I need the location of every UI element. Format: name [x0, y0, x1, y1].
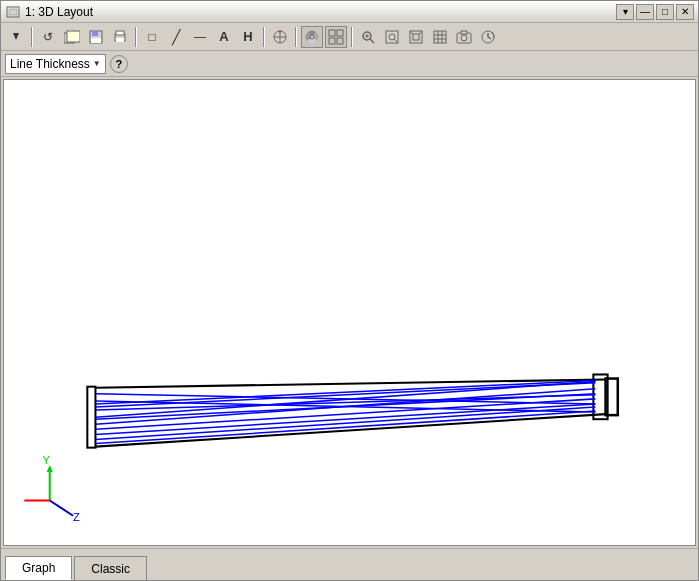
star-target-button[interactable]	[269, 26, 291, 48]
svg-rect-17	[337, 30, 343, 36]
svg-rect-19	[337, 38, 343, 44]
title-bar: 1: 3D Layout ▾ — □ ✕	[1, 1, 698, 23]
view3d-button[interactable]	[405, 26, 427, 48]
svg-rect-35	[434, 31, 446, 43]
fan-button[interactable]	[301, 26, 323, 48]
toolbar-sep-2	[135, 27, 137, 47]
dropdown-arrow-icon: ▼	[93, 59, 101, 68]
graph-tab-label: Graph	[22, 561, 55, 575]
text-a-button[interactable]: A	[213, 26, 235, 48]
title-bar-controls: ▾ — □ ✕	[616, 4, 694, 20]
graph-tab[interactable]: Graph	[5, 556, 72, 580]
close-button[interactable]: ✕	[676, 4, 694, 20]
svg-rect-30	[413, 34, 419, 40]
window-icon	[5, 4, 21, 20]
svg-point-15	[310, 35, 314, 39]
svg-rect-42	[87, 387, 95, 448]
pin-button[interactable]: ▾	[616, 4, 634, 20]
svg-rect-10	[116, 38, 124, 42]
draw-rect-button[interactable]: □	[141, 26, 163, 48]
svg-rect-16	[329, 30, 335, 36]
zoom-button[interactable]	[357, 26, 379, 48]
zoom-fit-button[interactable]	[381, 26, 403, 48]
secondary-toolbar: Line Thickness ▼ ?	[1, 51, 698, 77]
svg-rect-1	[9, 9, 17, 15]
classic-tab-label: Classic	[91, 562, 130, 576]
main-toolbar: ↺ □ ╱ — A H	[1, 23, 698, 51]
svg-rect-38	[461, 31, 467, 34]
draw-line-button[interactable]: ╱	[165, 26, 187, 48]
clock-button[interactable]	[477, 26, 499, 48]
text-h-button[interactable]: H	[237, 26, 259, 48]
help-button[interactable]: ?	[110, 55, 128, 73]
classic-tab[interactable]: Classic	[74, 556, 147, 580]
canvas-svg: Y Z	[4, 80, 695, 545]
svg-rect-7	[91, 38, 101, 43]
camera-button[interactable]	[453, 26, 475, 48]
line-thickness-dropdown[interactable]: Line Thickness ▼	[5, 54, 106, 74]
maximize-button[interactable]: □	[656, 4, 674, 20]
grid-button[interactable]	[429, 26, 451, 48]
svg-point-37	[461, 35, 467, 41]
toolbar-sep-1	[31, 27, 33, 47]
svg-text:Z: Z	[73, 511, 80, 523]
toolbar-dropdown[interactable]	[5, 26, 27, 48]
svg-rect-18	[329, 38, 335, 44]
svg-line-63	[50, 500, 73, 515]
toolbar-sep-3	[263, 27, 265, 47]
refresh-button[interactable]: ↺	[37, 26, 59, 48]
layout-button[interactable]	[325, 26, 347, 48]
minimize-button[interactable]: —	[636, 4, 654, 20]
window-title: 1: 3D Layout	[25, 5, 93, 19]
svg-rect-4	[67, 31, 80, 42]
open-button[interactable]	[61, 26, 83, 48]
svg-marker-60	[47, 465, 53, 472]
svg-marker-2	[13, 33, 19, 40]
svg-rect-6	[92, 31, 98, 36]
toolbar-sep-4	[295, 27, 297, 47]
line-thickness-label: Line Thickness	[10, 57, 90, 71]
svg-text:Y: Y	[43, 454, 51, 466]
save-button[interactable]	[85, 26, 107, 48]
draw-dash-button[interactable]: —	[189, 26, 211, 48]
svg-line-21	[370, 39, 374, 43]
bottom-tabs: Graph Classic	[1, 548, 698, 580]
toolbar-sep-5	[351, 27, 353, 47]
svg-line-26	[394, 39, 397, 42]
print-button[interactable]	[109, 26, 131, 48]
svg-rect-9	[116, 31, 124, 35]
svg-line-41	[488, 37, 491, 39]
title-bar-left: 1: 3D Layout	[5, 4, 93, 20]
main-window: 1: 3D Layout ▾ — □ ✕ ↺	[0, 0, 699, 581]
canvas-area: Y Z	[3, 79, 696, 546]
